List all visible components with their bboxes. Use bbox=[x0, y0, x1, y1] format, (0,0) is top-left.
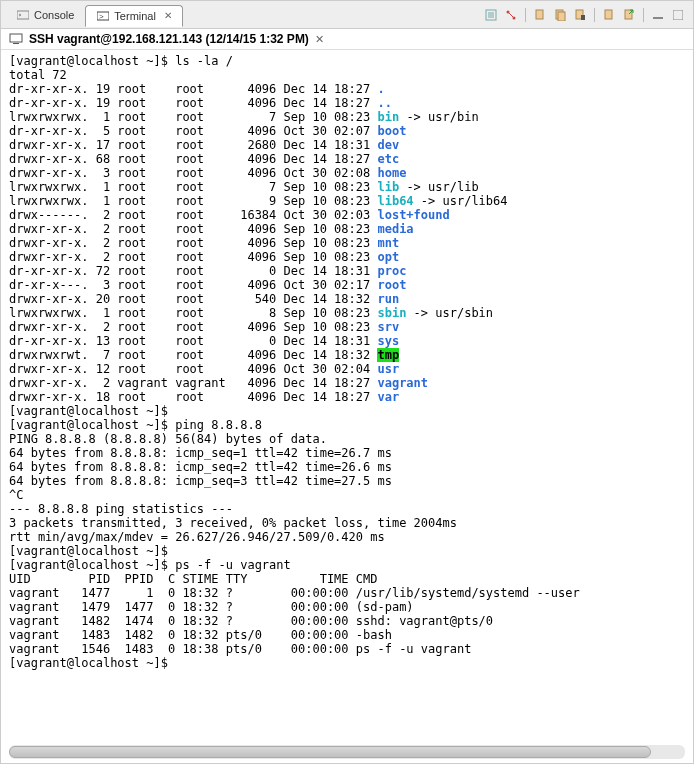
network-icon[interactable] bbox=[502, 6, 520, 24]
scroll-lock-icon[interactable] bbox=[571, 6, 589, 24]
horizontal-scrollbar[interactable] bbox=[9, 745, 685, 759]
maximize-icon[interactable] bbox=[669, 6, 687, 24]
svg-rect-17 bbox=[653, 17, 663, 19]
window: Console > Terminal ✕ SSH vagr bbox=[0, 0, 694, 764]
tab-terminal-label: Terminal bbox=[114, 10, 156, 22]
monitor-icon bbox=[9, 32, 23, 46]
toolbar bbox=[482, 6, 693, 24]
paste-icon[interactable] bbox=[531, 6, 549, 24]
svg-rect-15 bbox=[605, 10, 612, 19]
detach-icon[interactable] bbox=[620, 6, 638, 24]
svg-rect-0 bbox=[17, 11, 29, 19]
terminal-output[interactable]: [vagrant@localhost ~]$ ls -la / total 72… bbox=[9, 54, 685, 763]
close-icon[interactable]: ✕ bbox=[164, 10, 172, 21]
tab-console[interactable]: Console bbox=[5, 4, 85, 26]
separator bbox=[525, 8, 526, 22]
session-close-icon[interactable]: ✕ bbox=[315, 33, 324, 46]
svg-text:>: > bbox=[99, 12, 104, 21]
svg-rect-14 bbox=[581, 15, 585, 20]
copy-icon[interactable] bbox=[551, 6, 569, 24]
session-title: SSH vagrant@192.168.121.143 (12/14/15 1:… bbox=[29, 32, 309, 46]
svg-rect-12 bbox=[558, 12, 565, 21]
tab-terminal[interactable]: > Terminal ✕ bbox=[85, 5, 183, 27]
svg-rect-18 bbox=[673, 10, 683, 20]
terminal-icon: > bbox=[96, 9, 110, 23]
svg-rect-19 bbox=[10, 34, 22, 42]
session-header: SSH vagrant@192.168.121.143 (12/14/15 1:… bbox=[1, 29, 693, 50]
minimize-icon[interactable] bbox=[649, 6, 667, 24]
svg-line-9 bbox=[508, 12, 514, 18]
console-icon bbox=[16, 8, 30, 22]
svg-rect-10 bbox=[536, 10, 543, 19]
pin-icon[interactable] bbox=[600, 6, 618, 24]
tab-bar: Console > Terminal ✕ bbox=[1, 1, 693, 29]
list-icon[interactable] bbox=[482, 6, 500, 24]
separator bbox=[594, 8, 595, 22]
separator bbox=[643, 8, 644, 22]
tab-console-label: Console bbox=[34, 9, 74, 21]
terminal-area[interactable]: [vagrant@localhost ~]$ ls -la / total 72… bbox=[1, 50, 693, 763]
scrollbar-thumb[interactable] bbox=[9, 746, 651, 758]
svg-rect-20 bbox=[13, 43, 19, 44]
